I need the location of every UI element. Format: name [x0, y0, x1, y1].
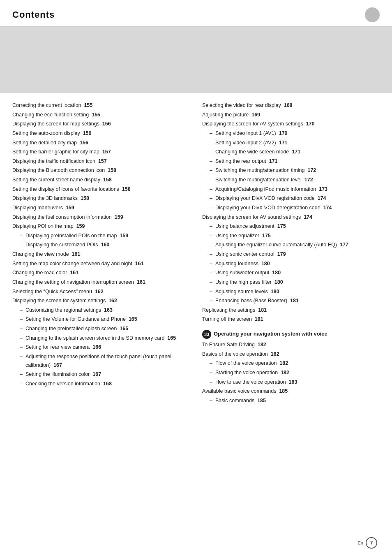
- dash: –: [210, 148, 214, 156]
- list-item: Displaying maneuvers 159: [12, 204, 190, 212]
- list-item: Correcting the current location 155: [12, 101, 190, 110]
- dash: –: [210, 241, 214, 249]
- list-item: –Setting video input 1 (AV1) 170: [202, 129, 380, 138]
- dash: –: [20, 380, 24, 388]
- dash: –: [210, 297, 214, 305]
- list-item: Displaying the screen for map settings 1…: [12, 120, 190, 128]
- dash: –: [210, 185, 214, 194]
- section-33-block: 33Operating your navigation system with …: [202, 329, 380, 405]
- list-item: Displaying the screen for AV sound setti…: [202, 213, 380, 222]
- list-item: –Displaying preinstalled POIs on the map…: [12, 232, 190, 240]
- dash: –: [210, 139, 214, 147]
- page-number: 7: [366, 537, 377, 549]
- list-item: Displaying the Bluetooth connection icon…: [12, 166, 190, 175]
- list-item: Displaying the 3D landmarks 158: [12, 194, 190, 203]
- list-item: To Ensure Safe Driving 182: [202, 341, 380, 349]
- dash: –: [210, 396, 214, 405]
- list-item: –Starting the voice operation 182: [202, 368, 380, 377]
- dash: –: [210, 176, 214, 184]
- gray-band-decoration: [0, 27, 392, 93]
- list-item: –Enhancing bass (Bass Booster) 181: [202, 297, 380, 305]
- header-circle-decoration: [365, 7, 380, 22]
- list-item: –Switching the muting/attenuation level …: [202, 176, 380, 184]
- dash: –: [20, 306, 24, 315]
- en-label: En: [358, 540, 363, 545]
- list-item: –Adjusting source levels 180: [202, 287, 380, 296]
- list-item: Changing the setting of navigation inter…: [12, 278, 190, 287]
- list-item: Setting the detailed city map 156: [12, 139, 190, 147]
- list-item: –Setting video input 2 (AV2) 171: [202, 139, 380, 147]
- list-item: –Flow of the voice operation 182: [202, 359, 380, 368]
- dash: –: [210, 287, 214, 296]
- dash: –: [210, 157, 214, 166]
- list-item: Adjusting the picture 169: [202, 111, 380, 119]
- dash: –: [20, 343, 24, 352]
- dash: –: [210, 166, 214, 175]
- dash: –: [210, 232, 214, 240]
- dash: –: [210, 194, 214, 203]
- list-item: –Setting the Volume for Guidance and Pho…: [12, 315, 190, 324]
- dash: –: [20, 352, 24, 369]
- dash: –: [20, 334, 24, 343]
- right-column: Selecting the video for rear display 168…: [202, 101, 380, 405]
- page-footer: En 7: [358, 537, 377, 549]
- content-area: Correcting the current location 155Chang…: [0, 93, 392, 418]
- list-item: –How to use the voice operation 183: [202, 378, 380, 387]
- left-column: Correcting the current location 155Chang…: [12, 101, 190, 405]
- list-item: –Changing the preinstalled splash screen…: [12, 324, 190, 333]
- list-item: Changing the road color 161: [12, 269, 190, 277]
- list-item: Setting the barrier graphic for city map…: [12, 148, 190, 156]
- list-item: Displaying the screen for system setting…: [12, 297, 190, 305]
- dash: –: [20, 232, 24, 240]
- list-item: –Switching the muting/attenuation timing…: [202, 166, 380, 175]
- list-item: –Displaying your DivX VOD registration c…: [202, 194, 380, 203]
- list-item: Setting the current street name display …: [12, 176, 190, 184]
- dash: –: [210, 269, 214, 277]
- list-item: Displaying the traffic notification icon…: [12, 157, 190, 166]
- list-item: Displaying the screen for AV system sett…: [202, 120, 380, 128]
- list-item: Available basic voice commands 185: [202, 387, 380, 396]
- list-item: –Changing to the splash screen stored in…: [12, 334, 190, 343]
- list-item: –Using sonic center control 179: [202, 250, 380, 259]
- list-item: –Changing the wide screen mode 171: [202, 148, 380, 156]
- list-item: –Using balance adjustment 175: [202, 222, 380, 231]
- list-item: –Using the high pass filter 180: [202, 278, 380, 287]
- section-33-badge: 33: [202, 330, 211, 339]
- dash: –: [20, 370, 24, 379]
- list-item: –Basic commands 185: [202, 396, 380, 405]
- section-33-heading: 33Operating your navigation system with …: [202, 329, 380, 339]
- dash: –: [210, 368, 214, 377]
- dash: –: [210, 204, 214, 212]
- list-item: Basics of the voice operation 182: [202, 350, 380, 359]
- list-item: Selecting the video for rear display 168: [202, 101, 380, 110]
- list-item: Displaying POI on the map 159: [12, 222, 190, 231]
- dash: –: [210, 129, 214, 138]
- dash: –: [210, 378, 214, 387]
- section-33-heading-text: Operating your navigation system with vo…: [214, 329, 327, 338]
- list-item: Turning off the screen 181: [202, 315, 380, 324]
- list-item: Setting the map color change between day…: [12, 259, 190, 268]
- page-header: Contents: [0, 0, 392, 27]
- dash: –: [210, 359, 214, 368]
- list-item: –Adjusting loudness 180: [202, 259, 380, 268]
- list-item: Selecting the “Quick Access” menu 162: [12, 287, 190, 296]
- dash: –: [20, 315, 24, 324]
- list-item: –Setting for rear view camera 166: [12, 343, 190, 352]
- list-item: –Displaying the customized POIs 160: [12, 241, 190, 249]
- dash: –: [210, 278, 214, 287]
- list-item: Setting the auto-zoom display 156: [12, 129, 190, 138]
- contents-title: Contents: [12, 9, 55, 20]
- list-item: Changing the eco-function setting 155: [12, 111, 190, 119]
- list-item: –Displaying your DivX VOD deregistration…: [202, 204, 380, 212]
- list-item: –Setting the illumination color 167: [12, 370, 190, 379]
- list-item: –Adjusting the equalizer curve automatic…: [202, 241, 380, 249]
- list-item: Replicating the settings 181: [202, 306, 380, 315]
- list-item: –Adjusting the response positions of the…: [12, 352, 190, 369]
- dash: –: [20, 241, 24, 249]
- list-item: –Checking the version information 168: [12, 380, 190, 388]
- list-item: Setting the display of icons of favorite…: [12, 185, 190, 194]
- dash: –: [210, 259, 214, 268]
- list-item: –Customizing the regional settings 163: [12, 306, 190, 315]
- dash: –: [210, 250, 214, 259]
- dash: –: [210, 222, 214, 231]
